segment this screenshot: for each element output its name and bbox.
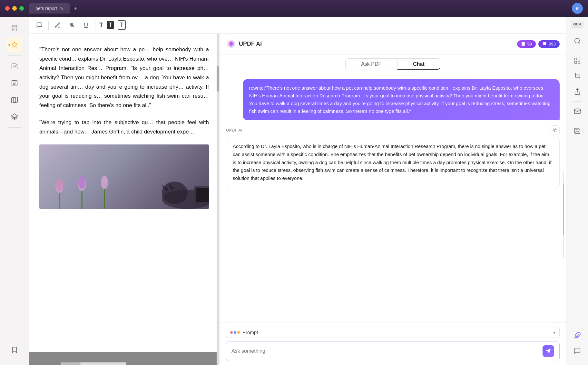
prompt-area: Prompt ▾ [220, 322, 566, 365]
sidebar-divider-1 [8, 55, 21, 56]
main-content: T T T "There's not one answer about how … [29, 17, 566, 365]
ai-message-body: According to Dr. Layla Esposito, who is … [226, 137, 560, 188]
sidebar-icon-checklist[interactable] [7, 59, 22, 74]
send-icon [546, 349, 551, 354]
ai-tabs: Ask PDF Chat [220, 54, 566, 74]
ai-message-header: UPDF AI [226, 125, 560, 134]
chat-credit-count: 993 [549, 42, 556, 46]
edit-icon[interactable]: ✎ [60, 6, 64, 11]
svg-point-25 [230, 42, 233, 45]
tab-label: pets report [35, 6, 57, 11]
toolbar: T T T [29, 17, 566, 34]
pdf-bottom-scrollbar-thumb[interactable] [61, 362, 81, 365]
pdf-scrollbar-thumb[interactable] [217, 66, 219, 92]
traffic-lights [5, 6, 24, 11]
svg-rect-31 [578, 58, 580, 60]
toolbar-strikethrough-icon[interactable] [67, 20, 77, 30]
ocr-label: OCR [573, 22, 581, 26]
toolbar-underline-icon[interactable] [81, 20, 91, 30]
crop-icon[interactable] [571, 70, 584, 83]
tab-chat[interactable]: Chat [397, 58, 440, 70]
prompt-dots [230, 331, 240, 334]
updf-logo-icon [226, 39, 236, 49]
svg-line-29 [579, 42, 580, 44]
svg-point-28 [574, 38, 579, 43]
svg-rect-15 [104, 186, 105, 209]
prompt-selector[interactable]: Prompt ▾ [226, 327, 560, 338]
pdf-image [39, 144, 209, 209]
chat-scrollbar-thumb[interactable] [563, 183, 564, 235]
copy-icon [553, 128, 557, 132]
share-icon[interactable] [571, 85, 584, 98]
new-tab-button[interactable]: + [74, 5, 78, 12]
prompt-dot-blue [234, 331, 236, 334]
save-icon[interactable] [571, 124, 584, 137]
pdf-bottom-scrollbar[interactable] [61, 362, 126, 365]
tab-ask-pdf[interactable]: Ask PDF [345, 58, 397, 70]
sidebar-icon-layers[interactable] [7, 109, 22, 124]
toolbar-divider-2 [95, 21, 95, 30]
sidebar-icon-pages[interactable] [7, 93, 22, 107]
svg-point-22 [162, 182, 188, 204]
ai-sender-name: UPDF AI [226, 128, 242, 133]
doc-credit-count: 99 [527, 42, 532, 46]
user-message: rewrite:"There's not one answer about ho… [243, 79, 560, 120]
prompt-label: Prompt [242, 330, 551, 335]
close-button[interactable] [5, 6, 10, 11]
sidebar-icon-highlight[interactable] [7, 37, 22, 52]
chat-bubble-icon[interactable] [571, 344, 584, 357]
split-view: "There's not one answer about how a pe… … [29, 34, 566, 365]
sidebar-icon-bookmark[interactable] [7, 342, 22, 357]
ai-title: UPDF AI [239, 41, 262, 47]
ai-panel: UPDF AI 99 993 [219, 34, 566, 365]
ask-input[interactable] [231, 348, 539, 354]
ocr-badge[interactable]: OCR [571, 21, 583, 28]
minimize-button[interactable] [12, 6, 17, 11]
sidebar-bottom [7, 342, 22, 361]
maximize-button[interactable] [19, 6, 24, 11]
doc-credit-icon [521, 42, 525, 46]
svg-point-17 [56, 179, 63, 191]
mail-icon[interactable] [571, 105, 584, 118]
puzzle-icon[interactable] [571, 329, 584, 342]
chat-area[interactable]: rewrite:"There's not one answer about ho… [220, 74, 566, 322]
user-avatar[interactable]: K [572, 3, 583, 14]
toolbar-pen-icon[interactable] [53, 20, 63, 30]
doc-credit-badge: 99 [517, 40, 536, 48]
copy-button[interactable] [551, 125, 560, 134]
pdf-panel: "There's not one answer about how a pe… … [29, 34, 219, 365]
tab-area: pets report ✎ + [29, 3, 78, 14]
toolbar-divider-1 [48, 21, 49, 30]
zoom-fit-icon[interactable] [571, 54, 584, 67]
ask-input-container [226, 341, 560, 361]
left-sidebar [0, 17, 29, 365]
title-bar: pets report ✎ + K [0, 0, 588, 17]
sidebar-divider-2 [8, 127, 21, 128]
sidebar-icon-document[interactable] [7, 21, 22, 35]
toolbar-text-box-icon[interactable]: T [118, 20, 126, 30]
toolbar-comment-icon[interactable] [34, 20, 44, 30]
pdf-paragraph-2: "We're trying to tap into the subjective… [39, 118, 209, 137]
prompt-dot-red [230, 331, 233, 334]
search-icon[interactable] [571, 35, 584, 47]
svg-rect-14 [81, 188, 83, 209]
svg-rect-24 [196, 188, 209, 202]
app-container: T T T "There's not one answer about how … [0, 17, 588, 365]
ai-credits: 99 993 [517, 40, 560, 48]
toolbar-text-filled-icon[interactable]: T [107, 21, 114, 29]
sidebar-icon-text[interactable] [7, 76, 22, 91]
right-divider-3 [573, 101, 582, 102]
toolbar-text-outline-icon[interactable]: T [99, 21, 103, 29]
pdf-content: "There's not one answer about how a pe… … [29, 34, 219, 352]
svg-rect-33 [578, 61, 580, 63]
send-button[interactable] [543, 345, 554, 357]
chevron-down-icon: ▾ [553, 330, 555, 335]
ai-header: UPDF AI 99 993 [220, 34, 566, 54]
chat-credit-icon [542, 42, 547, 46]
pdf-scrollbar[interactable] [217, 34, 219, 365]
svg-rect-32 [574, 61, 576, 63]
prompt-dot-orange [237, 331, 240, 334]
tab-pets-report[interactable]: pets report ✎ [29, 3, 70, 14]
right-sidebar-bottom [571, 329, 584, 361]
chat-scrollbar[interactable] [563, 171, 564, 258]
